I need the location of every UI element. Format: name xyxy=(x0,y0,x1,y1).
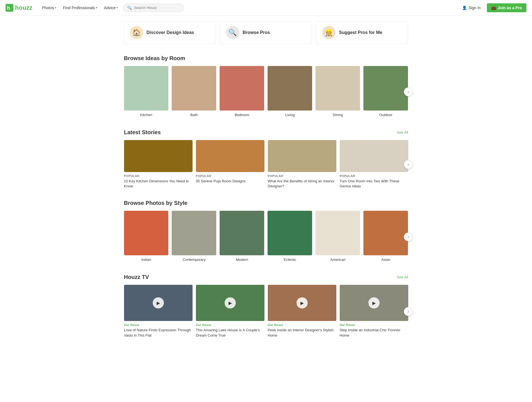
outdoor-label: Outdoor xyxy=(363,111,408,118)
houzz-logo[interactable]: h houzz xyxy=(6,4,32,12)
tv-item-3[interactable]: ▶ Our Houzz Peek Inside an Interior Desi… xyxy=(268,285,336,338)
latest-stories-title: Latest Stories xyxy=(124,129,161,136)
browse-by-style-title: Browse Photos by Style xyxy=(124,200,188,206)
houzz-tv-section: Houzz TV See All ▶ Our Houzz Love of Nat… xyxy=(124,274,408,338)
room-card-dining[interactable]: Dining xyxy=(315,66,360,118)
story-image-4 xyxy=(340,140,408,172)
room-card-kitchen[interactable]: Kitchen xyxy=(124,66,169,118)
style-card-modern[interactable]: Modern xyxy=(220,211,264,263)
tv-item-1[interactable]: ▶ Our Houzz Love of Nature Finds Express… xyxy=(124,285,193,338)
search-input[interactable] xyxy=(134,6,180,10)
tv-title-1: Love of Nature Finds Expression Through … xyxy=(124,328,193,338)
outdoor-image xyxy=(363,66,408,111)
eclectic-label: Eclectic xyxy=(268,255,312,263)
style-card-eclectic[interactable]: Eclectic xyxy=(268,211,312,263)
asian-label: Asian xyxy=(363,255,408,263)
story-image-2 xyxy=(196,140,264,172)
story-badge-1: Popular xyxy=(124,174,193,178)
hero-card-discover[interactable]: 🏠 Discover Design Ideas xyxy=(124,21,216,44)
story-img-bg-1 xyxy=(124,140,193,172)
story-item-4[interactable]: Popular Turn One Room Into Two With Thes… xyxy=(340,140,408,189)
tv-channel-3: Our Houzz xyxy=(268,323,336,327)
american-label: American xyxy=(315,255,360,263)
play-button-3[interactable]: ▶ xyxy=(297,297,308,308)
style-card-asian[interactable]: Asian xyxy=(363,211,408,263)
room-cards-row: Kitchen Bath Bedroom Living Dining Outdo… xyxy=(124,66,408,118)
search-bar[interactable]: 🔍 xyxy=(123,4,184,12)
modern-image xyxy=(220,211,264,255)
play-button-4[interactable]: ▶ xyxy=(368,297,380,308)
room-card-outdoor[interactable]: Outdoor xyxy=(363,66,408,118)
browse-pros-label: Browse Pros xyxy=(243,30,270,35)
tv-image-3: ▶ xyxy=(268,285,336,321)
chevron-down-icon: ▾ xyxy=(55,6,56,9)
story-image-1 xyxy=(124,140,193,172)
tv-title-4: Step Inside an Industrial-Chic Forever H… xyxy=(340,328,408,338)
story-title-3: What Are the Benefits of Hiring an Inter… xyxy=(268,179,336,189)
latest-stories-see-all[interactable]: See All xyxy=(397,130,408,134)
browse-pros-icon: 🔍 xyxy=(226,26,239,39)
tv-item-4[interactable]: ▶ Our Houzz Step Inside an Industrial-Ch… xyxy=(340,285,408,338)
living-image xyxy=(268,66,312,111)
discover-label: Discover Design Ideas xyxy=(147,30,194,35)
story-img-bg-3 xyxy=(268,140,336,172)
chevron-down-icon: ▾ xyxy=(96,6,97,9)
tv-image-4: ▶ xyxy=(340,285,408,321)
hero-card-browse-pros[interactable]: 🔍 Browse Pros xyxy=(220,21,312,44)
hero-card-suggest-pros[interactable]: 👷 Suggest Pros for Me xyxy=(316,21,408,44)
tv-title-3: Peek Inside an Interior Designer's Styli… xyxy=(268,328,336,338)
bath-label: Bath xyxy=(172,111,216,118)
room-card-bath[interactable]: Bath xyxy=(172,66,216,118)
suggest-pros-icon: 👷 xyxy=(322,26,336,39)
tv-channel-2: Our Houzz xyxy=(196,323,264,327)
sign-in-button[interactable]: 👤 Sign In xyxy=(459,4,484,12)
dining-image xyxy=(315,66,360,111)
tv-channel-4: Our Houzz xyxy=(340,323,408,327)
kitchen-label: Kitchen xyxy=(124,111,169,118)
living-label: Living xyxy=(268,111,312,118)
eclectic-image xyxy=(268,211,312,255)
style-cards-row: Indian Contemporary Modern Eclectic Amer… xyxy=(124,211,408,263)
bath-image xyxy=(172,66,216,111)
nav-advice[interactable]: Advice ▾ xyxy=(101,4,121,12)
houzz-tv-see-all[interactable]: See All xyxy=(397,275,408,279)
tv-cards-row: ▶ Our Houzz Love of Nature Finds Express… xyxy=(124,285,408,338)
nav-photos[interactable]: Photos ▾ xyxy=(39,4,59,12)
search-icon: 🔍 xyxy=(127,6,132,10)
tv-carousel-next-button[interactable]: › xyxy=(404,307,413,316)
american-image xyxy=(315,211,360,255)
room-carousel-next-button[interactable]: › xyxy=(404,87,413,96)
join-as-pro-button[interactable]: 💼 Join as a Pro xyxy=(487,3,526,12)
story-badge-4: Popular xyxy=(340,174,408,178)
room-card-living[interactable]: Living xyxy=(268,66,312,118)
story-item-2[interactable]: Popular 35 Serene Puja Room Designs xyxy=(196,140,264,184)
style-card-indian[interactable]: Indian xyxy=(124,211,169,263)
browse-by-room-title: Browse Ideas by Room xyxy=(124,55,185,62)
user-icon: 👤 xyxy=(462,6,467,10)
browse-by-style-section: Browse Photos by Style Indian Contempora… xyxy=(124,200,408,263)
room-card-bedroom[interactable]: Bedroom xyxy=(220,66,264,118)
latest-stories-section: Latest Stories See All Popular 10 Key Ki… xyxy=(124,129,408,189)
houzz-tv-header: Houzz TV See All xyxy=(124,274,408,280)
hero-cards: 🏠 Discover Design Ideas 🔍 Browse Pros 👷 … xyxy=(124,21,408,44)
play-button-1[interactable]: ▶ xyxy=(153,297,164,308)
contemporary-image xyxy=(172,211,216,255)
dining-label: Dining xyxy=(315,111,360,118)
browse-by-room-header: Browse Ideas by Room xyxy=(124,55,408,62)
story-img-bg-4 xyxy=(340,140,408,172)
tv-image-1: ▶ xyxy=(124,285,193,321)
latest-stories-header: Latest Stories See All xyxy=(124,129,408,136)
tv-title-2: This Amazing Lake House Is A Couple's Dr… xyxy=(196,328,264,338)
play-button-2[interactable]: ▶ xyxy=(225,297,236,308)
tv-item-2[interactable]: ▶ Our Houzz This Amazing Lake House Is A… xyxy=(196,285,264,338)
style-card-american[interactable]: American xyxy=(315,211,360,263)
houzz-wordmark: houzz xyxy=(15,4,32,11)
story-item-3[interactable]: Popular What Are the Benefits of Hiring … xyxy=(268,140,336,189)
story-title-1: 10 Key Kitchen Dimensions You Need to Kn… xyxy=(124,179,193,189)
story-item-1[interactable]: Popular 10 Key Kitchen Dimensions You Ne… xyxy=(124,140,193,189)
style-carousel-next-button[interactable]: › xyxy=(404,232,413,241)
nav-find-professionals[interactable]: Find Professionals ▾ xyxy=(60,4,100,12)
suggest-pros-label: Suggest Pros for Me xyxy=(339,30,382,35)
style-card-contemporary[interactable]: Contemporary xyxy=(172,211,216,263)
stories-carousel-next-button[interactable]: › xyxy=(404,160,413,169)
